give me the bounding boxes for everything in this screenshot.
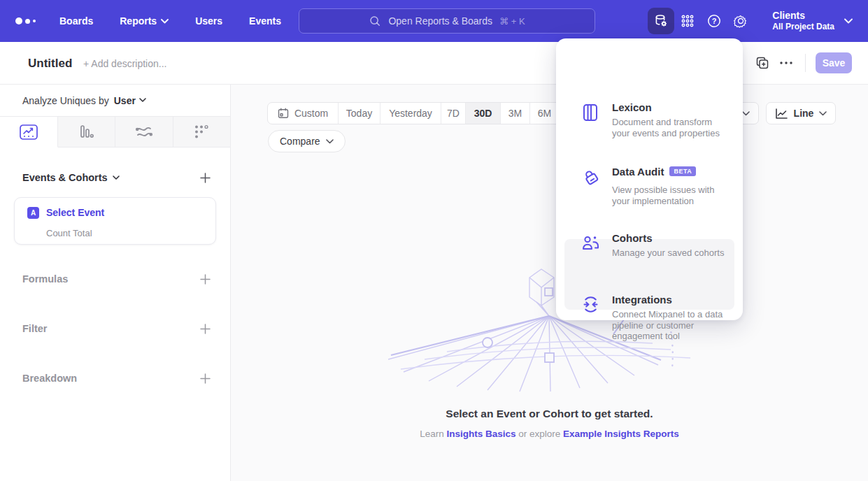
- chart-type-dropdown[interactable]: Line: [766, 102, 836, 124]
- calendar-icon: [278, 108, 289, 119]
- line-chart-tab-icon: [20, 124, 38, 141]
- example-insights-reports-link[interactable]: Example Insights Reports: [563, 429, 679, 439]
- events-cohorts-header: Events & Cohorts: [0, 172, 230, 183]
- report-description-placeholder[interactable]: + Add description...: [83, 58, 166, 69]
- data-management-button[interactable]: [648, 8, 674, 34]
- tab-bar-chart[interactable]: [58, 117, 116, 148]
- formulas-label: Formulas: [22, 273, 68, 285]
- flow-tab-icon: [135, 124, 153, 141]
- tab-metrics-chart[interactable]: [173, 117, 231, 148]
- data-audit-lock-icon: [581, 167, 601, 187]
- date-range-today[interactable]: Today: [339, 103, 380, 124]
- event-card[interactable]: A Select Event Count Total: [14, 197, 216, 245]
- help-icon: ?: [706, 13, 722, 29]
- nav-item-users[interactable]: Users: [195, 15, 222, 27]
- date-range-6m[interactable]: 6M: [530, 103, 560, 124]
- chevron-down-icon: [139, 98, 146, 103]
- date-range-3m[interactable]: 3M: [501, 103, 530, 124]
- grid-icon: [680, 13, 695, 29]
- analyze-label: Analyze Uniques by: [22, 95, 109, 106]
- compare-button[interactable]: Compare: [268, 130, 346, 152]
- date-range-30d[interactable]: 30D: [466, 103, 501, 124]
- chevron-down-icon[interactable]: [844, 18, 853, 24]
- duplicate-report-button[interactable]: [750, 51, 774, 75]
- settings-button[interactable]: [727, 8, 754, 34]
- events-cohorts-title[interactable]: Events & Cohorts: [22, 172, 120, 183]
- plus-icon: [200, 324, 211, 334]
- nav-item-events[interactable]: Events: [249, 15, 281, 27]
- chevron-down-icon: [326, 139, 334, 144]
- analyze-row: Analyze Uniques by User: [0, 85, 230, 116]
- search-input[interactable]: Open Reports & Boards ⌘ + K: [299, 8, 595, 34]
- event-series-badge: A: [27, 207, 39, 219]
- nav-item-boards[interactable]: Boards: [59, 15, 93, 27]
- lexicon-book-icon: [581, 103, 599, 122]
- select-event-label[interactable]: Select Event: [46, 207, 104, 218]
- mixpanel-logo[interactable]: [15, 17, 43, 24]
- empty-state-heading: Select an Event or Cohort to get started…: [231, 408, 868, 420]
- integrations-sync-icon: [581, 295, 600, 314]
- filter-section: Filter: [0, 323, 230, 334]
- chart-type-tabs: [0, 116, 230, 148]
- tab-flow-chart[interactable]: [115, 117, 173, 148]
- search-icon: [369, 15, 381, 27]
- search-shortcut: ⌘ + K: [499, 16, 525, 27]
- copy-plus-icon: [755, 56, 769, 70]
- chevron-down-icon: [819, 111, 827, 116]
- add-event-button[interactable]: [200, 173, 211, 183]
- plus-icon: [200, 173, 211, 183]
- save-button[interactable]: Save: [816, 52, 852, 73]
- org-project: All Project Data: [772, 22, 834, 32]
- svg-text:?: ?: [712, 17, 717, 25]
- empty-sub-middle: or explore: [515, 429, 563, 439]
- filter-label: Filter: [22, 323, 47, 334]
- tab-line-chart[interactable]: [0, 117, 58, 148]
- report-title[interactable]: Untitled: [28, 57, 72, 71]
- ellipsis-icon: [779, 61, 793, 65]
- add-formula-button[interactable]: [200, 274, 211, 285]
- top-navigation: Boards Reports Users Events Open Reports…: [0, 0, 868, 42]
- analyze-value-dropdown[interactable]: User: [114, 95, 146, 106]
- date-range-7d[interactable]: 7D: [441, 103, 466, 124]
- plus-icon: [200, 274, 211, 285]
- breakdown-label: Breakdown: [22, 373, 77, 384]
- line-chart-icon: [775, 108, 788, 120]
- query-builder-sidebar: Analyze Uniques by User: [0, 85, 231, 481]
- search-placeholder: Open Reports & Boards: [388, 15, 492, 27]
- database-gear-icon: [653, 13, 669, 29]
- beta-badge: BETA: [669, 166, 696, 176]
- empty-sub-prefix: Learn: [420, 429, 446, 439]
- insights-basics-link[interactable]: Insights Basics: [446, 429, 515, 439]
- date-range-custom[interactable]: Custom: [268, 103, 339, 124]
- chevron-down-icon: [161, 19, 169, 24]
- metrics-tab-icon: [193, 124, 210, 141]
- chevron-down-icon: [742, 111, 750, 116]
- add-breakdown-button[interactable]: [200, 373, 211, 384]
- bar-chart-tab-icon: [78, 124, 94, 141]
- org-name: Clients: [772, 10, 834, 22]
- cohorts-people-icon: [581, 234, 600, 252]
- more-options-button[interactable]: [774, 51, 798, 75]
- plus-icon: [200, 373, 211, 384]
- org-switcher[interactable]: Clients All Project Data: [772, 10, 834, 32]
- event-aggregation-label[interactable]: Count Total: [46, 228, 92, 238]
- help-button[interactable]: ?: [701, 8, 727, 34]
- chevron-down-icon: [113, 175, 120, 180]
- formulas-section: Formulas: [0, 273, 230, 285]
- data-management-menu: Lexicon Document and transform your even…: [556, 38, 743, 320]
- header-divider: [805, 54, 806, 72]
- empty-state-subtext: Learn Insights Basics or explore Example…: [231, 429, 868, 439]
- breakdown-section: Breakdown: [0, 373, 230, 384]
- nav-item-reports[interactable]: Reports: [120, 15, 169, 27]
- chart-canvas: Custom Today Yesterday 7D 30D 3M 6M Comp…: [231, 85, 868, 481]
- apps-grid-button[interactable]: [674, 8, 701, 34]
- add-filter-button[interactable]: [200, 324, 211, 334]
- gear-icon: [733, 13, 748, 29]
- date-range-yesterday[interactable]: Yesterday: [380, 103, 441, 124]
